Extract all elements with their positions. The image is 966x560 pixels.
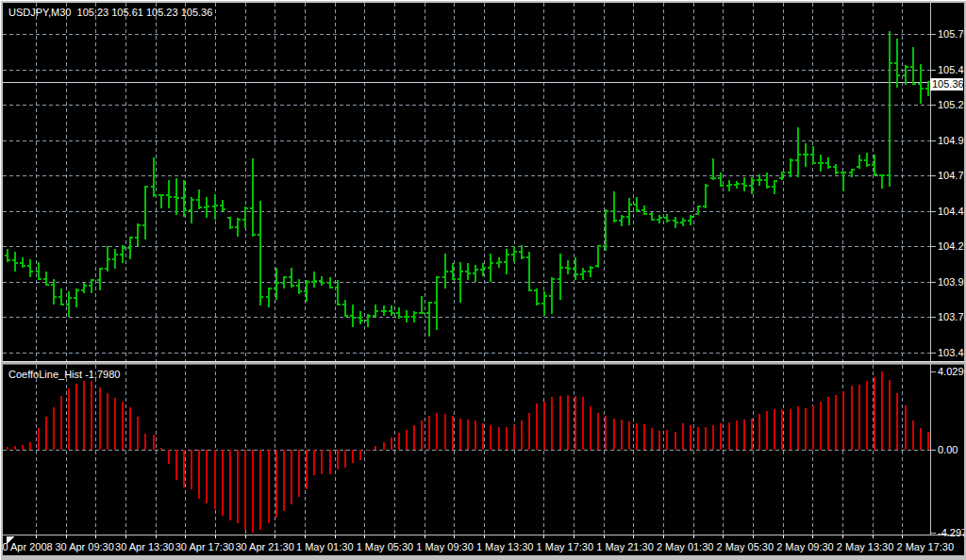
time-axis-label: 2 May 05:30 [717,541,774,552]
indicator-axis-label: -4.297 [938,527,964,538]
price-axis-label: 104.20 [938,240,964,252]
time-axis-label: 1 May 01:30 [296,541,354,552]
time-axis-label: 1 May 05:30 [357,541,414,552]
time-axis-label: 30 Apr 17:30 [175,541,234,552]
time-axis: 30 Apr 200830 Apr 09:3030 Apr 13:3030 Ap… [3,535,954,552]
time-axis-label: 30 Apr 2008 [3,541,53,552]
price-axis-label: 105.20 [938,99,964,110]
price-axis-label: 103.70 [938,311,964,322]
time-axis-label: 2 May 09:30 [776,541,834,552]
price-bars [5,31,931,337]
chart-window: 105.70105.45105.20104.95104.70104.45104.… [0,0,966,560]
time-axis-label: 2 May 17:30 [896,541,954,552]
time-axis-label: 30 Apr 09:30 [55,541,113,552]
indicator-axis-label: 0.00 [938,444,958,455]
price-axis-label: 104.95 [938,135,964,146]
time-axis-label: 1 May 17:30 [537,541,594,552]
price-axis-label: 103.95 [938,276,964,288]
time-axis-label: 2 May 13:30 [837,541,894,552]
time-axis-label: 1 May 13:30 [476,541,534,552]
pane-separator[interactable] [3,361,964,365]
time-axis-label: 30 Apr 21:30 [235,541,293,552]
price-axis-label: 105.70 [938,28,964,40]
price-axis-label: 105.45 [938,64,964,75]
time-axis-label: 30 Apr 13:30 [115,541,174,552]
current-price-tag: 105.36 [930,78,963,91]
price-axis-label: 103.45 [938,347,964,358]
price-axis-label: 104.45 [938,206,964,217]
chart-area: 105.70105.45105.20104.95104.70104.45104.… [3,3,964,555]
histogram-bars [8,371,928,533]
indicator-axis-label: 4.0296 [938,366,964,377]
time-axis-label: 1 May 21:30 [596,541,654,552]
indicator-axis: 4.02960.00-4.297 [930,366,964,538]
time-axis-label: 1 May 09:30 [416,541,474,552]
price-chart-svg[interactable]: 105.70105.45105.20104.95104.70104.45104.… [3,3,964,555]
time-axis-label: 2 May 01:30 [657,541,714,552]
price-axis-label: 104.70 [938,170,964,181]
